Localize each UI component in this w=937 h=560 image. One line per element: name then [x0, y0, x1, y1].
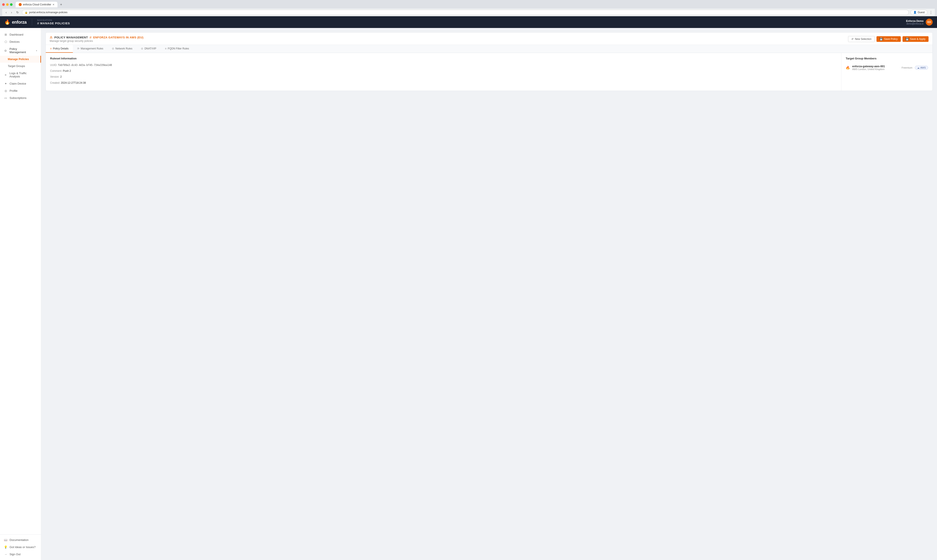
policy-title: ⚠ POLICY MANAGEMENT // ENFORZA GATEWAYS …	[50, 35, 143, 39]
tab-policy-details-label: Policy Details	[53, 47, 69, 50]
sidebar-label-manage-policies: Manage Policies	[8, 58, 29, 61]
browser-toolbar: ‹ › ↻ 🔒 portal.enforza.io/manage-policie…	[2, 9, 935, 16]
aws-cloud-icon: ☁	[917, 66, 919, 69]
minimize-dot[interactable]	[6, 3, 9, 6]
sidebar-item-ideas[interactable]: 💡 Got Ideas or Issues?	[0, 543, 41, 551]
tab-fqdn-filter[interactable]: ≡ FQDN Filter Rules	[161, 45, 194, 53]
target-group-panel: Target Group Members 🔥 enforza-gateway-a…	[842, 53, 932, 91]
management-rules-tab-icon: ⟳	[77, 47, 79, 50]
new-tab-button[interactable]: +	[58, 2, 64, 8]
tab-dnat-vip[interactable]: ⊙ DNAT/VIP	[137, 45, 160, 53]
docs-icon: 📖	[4, 538, 8, 542]
tab-management-rules[interactable]: ⟳ Management Rules	[73, 45, 108, 53]
tab-network-rules[interactable]: ⊙ Network Rules	[108, 45, 137, 53]
sidebar-label-policy: Policy Management	[9, 47, 34, 54]
active-tab[interactable]: enforza Cloud Controller ✕	[15, 2, 57, 8]
sidebar-item-logs-traffic[interactable]: ≡ Logs & Traffic Analysis	[0, 69, 41, 80]
sidebar-item-documentation[interactable]: 📖 Documentation	[0, 536, 41, 543]
policy-group-name: ENFORZA GATEWAYS IN AWS (EU)	[93, 36, 143, 39]
sidebar-label-logs: Logs & Traffic Analysis	[9, 72, 37, 78]
nav-label: NAVIGATION	[37, 19, 70, 21]
sidebar-item-policy-management[interactable]: ⊙ Policy Management ▾	[0, 45, 41, 56]
url-bar[interactable]: 🔒 portal.enforza.io/manage-policies	[22, 10, 909, 15]
sidebar-label-subscriptions: Subscriptions	[9, 96, 26, 100]
ruleset-comment-value: Push 2	[63, 69, 71, 72]
browser-tabs: enforza Cloud Controller ✕ +	[2, 2, 935, 8]
ruleset-version-label: Version:	[50, 75, 59, 78]
dashboard-icon: ⊞	[4, 33, 8, 36]
sidebar: ⊞ Dashboard ⬡ Devices ⊙ Policy Managemen…	[0, 28, 41, 560]
logo[interactable]: 🔥 enforza	[4, 19, 27, 25]
user-avatar[interactable]: ED	[926, 18, 933, 26]
lock-icon: 🔒	[25, 11, 28, 14]
sidebar-label-profile: Profile	[9, 89, 18, 92]
browser-menu-button[interactable]: ⋮	[929, 11, 933, 15]
guest-icon: 👤	[913, 11, 917, 14]
ideas-icon: 💡	[4, 545, 8, 549]
main-content: ⚠ POLICY MANAGEMENT // ENFORZA GATEWAYS …	[41, 28, 937, 560]
logs-icon: ≡	[4, 73, 8, 77]
freemium-badge: Freemium	[900, 66, 914, 69]
logo-icon: 🔥	[4, 19, 10, 25]
ruleset-comment-row: Comment: Push 2	[50, 69, 837, 73]
member-fire-icon: 🔥	[846, 66, 850, 70]
chevron-down-icon: ▾	[36, 49, 37, 52]
guest-button[interactable]: 👤 Guest	[911, 10, 928, 15]
close-dot[interactable]	[2, 3, 5, 6]
refresh-button[interactable]: ↻	[15, 10, 20, 15]
tab-dnat-vip-label: DNAT/VIP	[145, 47, 156, 50]
nav-title: // MANAGE POLICIES	[37, 22, 70, 25]
target-group-title: Target Group Members	[846, 57, 928, 60]
sidebar-bottom-section: 📖 Documentation 💡 Got Ideas or Issues? →…	[0, 534, 41, 558]
sidebar-main-section: ⊞ Dashboard ⬡ Devices ⊙ Policy Managemen…	[0, 30, 41, 102]
sidebar-item-manage-policies[interactable]: Manage Policies	[0, 56, 41, 63]
save-policy-button[interactable]: 💾 Save Policy	[877, 36, 901, 42]
tab-fqdn-filter-label: FQDN Filter Rules	[168, 47, 189, 50]
policy-title-area: ⚠ POLICY MANAGEMENT // ENFORZA GATEWAYS …	[50, 35, 143, 43]
ruleset-version-row: Version: 2	[50, 75, 837, 79]
ruleset-created-row: Created: 2024-12-27T18:24:38	[50, 81, 837, 85]
top-nav: 🔥 enforza NAVIGATION // MANAGE POLICIES …	[0, 16, 937, 28]
browser-chrome: enforza Cloud Controller ✕ + ‹ › ↻ 🔒 por…	[0, 0, 937, 16]
back-button[interactable]: ‹	[4, 10, 8, 15]
save-apply-label: Save & Apply	[910, 37, 926, 40]
save-apply-button[interactable]: 💾 Save & Apply	[903, 36, 929, 42]
policy-actions: ↺ New Selection 💾 Save Policy 💾 Save & A…	[848, 36, 929, 42]
refresh-icon: ↺	[851, 37, 854, 40]
sidebar-item-profile[interactable]: ◎ Profile	[0, 87, 41, 94]
sidebar-item-devices[interactable]: ⬡ Devices	[0, 38, 41, 45]
sidebar-item-subscriptions[interactable]: ▭ Subscriptions	[0, 94, 41, 102]
policy-title-main: POLICY MANAGEMENT	[54, 36, 88, 39]
sign-out-icon: →	[4, 552, 8, 556]
user-area: Enforza Demo demo@enforza.io ED	[906, 18, 933, 26]
ruleset-comment-label: Comment:	[50, 69, 62, 72]
guest-label: Guest	[918, 11, 925, 14]
subscriptions-icon: ▭	[4, 96, 8, 100]
member-details: enforza-gateway-aws-001 AWS London, Unit…	[852, 65, 885, 71]
sidebar-item-target-groups[interactable]: Target Groups	[0, 63, 41, 69]
tab-policy-details[interactable]: ≡ Policy Details	[46, 45, 73, 53]
member-badges: Freemium ☁ AWS	[900, 66, 928, 69]
nav-title-area: NAVIGATION // MANAGE POLICIES	[37, 19, 70, 25]
save-apply-icon: 💾	[906, 37, 909, 40]
maximize-dot[interactable]	[10, 3, 12, 6]
sidebar-item-dashboard[interactable]: ⊞ Dashboard	[0, 31, 41, 38]
ruleset-panel: Ruleset Information UUID: febf89a3-dc43-…	[46, 53, 842, 91]
logo-text: enforza	[12, 20, 27, 25]
ruleset-uuid-value: febf89a3-dc43-4d3a-bf45-734a339ea140	[58, 63, 112, 66]
profile-icon: ◎	[4, 89, 8, 92]
new-selection-button[interactable]: ↺ New Selection	[848, 36, 875, 42]
sidebar-item-sign-out[interactable]: → Sign Out	[0, 551, 41, 558]
save-policy-icon: 💾	[880, 37, 883, 40]
ruleset-version-value: 2	[60, 75, 62, 78]
claim-icon: ✦	[4, 82, 8, 85]
tab-close-button[interactable]: ✕	[52, 3, 54, 6]
policy-header: ⚠ POLICY MANAGEMENT // ENFORZA GATEWAYS …	[46, 32, 932, 45]
policy-body: Ruleset Information UUID: febf89a3-dc43-…	[46, 53, 932, 91]
warning-icon: ⚠	[50, 35, 53, 39]
member-name: enforza-gateway-aws-001	[852, 65, 885, 68]
forward-button[interactable]: ›	[10, 10, 14, 15]
policy-icon: ⊙	[4, 49, 8, 52]
sidebar-item-claim-device[interactable]: ✦ Claim Device	[0, 80, 41, 87]
aws-badge: ☁ AWS	[915, 66, 928, 69]
